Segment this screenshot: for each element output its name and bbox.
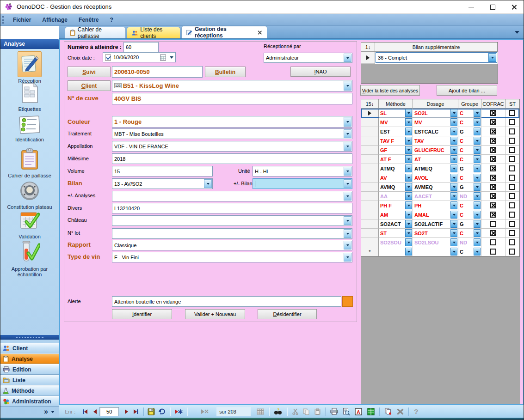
tab-liste-des-clients[interactable]: Liste des clients [127, 27, 180, 38]
chevron-down-icon[interactable] [474, 220, 481, 228]
groupe-cell[interactable]: C [458, 173, 481, 183]
receptionne-combo[interactable]: Administrateur [264, 53, 352, 63]
chevron-down-icon[interactable] [405, 192, 412, 200]
chevron-down-icon[interactable] [450, 211, 457, 219]
methode-cell[interactable]: AT F [379, 155, 413, 164]
cofrac-cell[interactable] [481, 210, 506, 219]
methode-cell[interactable]: TAV F [379, 136, 413, 146]
chevrons-more-icon[interactable]: » [44, 408, 48, 416]
chevron-down-icon[interactable] [450, 118, 457, 126]
chevron-down-icon[interactable] [344, 81, 351, 91]
suivi-button[interactable]: Suivi [68, 67, 111, 77]
analysis-row[interactable]: AVMQAVMEQG [361, 183, 519, 192]
analyses-sort-header[interactable]: 15↓ [361, 99, 379, 109]
appellation-combo[interactable]: VDF - VIN DE FRANCE [112, 141, 352, 152]
cofrac-cell[interactable] [481, 192, 506, 201]
col-st[interactable]: ST [506, 99, 519, 109]
groupe-cell[interactable]: G [458, 219, 481, 229]
methode-cell[interactable]: AM [379, 210, 413, 219]
chevron-down-icon[interactable] [474, 201, 481, 209]
dosage-cell[interactable]: AT [413, 155, 458, 164]
cofrac-cell[interactable] [481, 136, 506, 146]
st-cell[interactable] [506, 183, 519, 192]
methode-cell[interactable]: SO2ACT [379, 219, 413, 229]
row-selector[interactable] [361, 136, 379, 146]
bilan-sup-row-selector[interactable] [361, 52, 375, 64]
desidentifier-button[interactable]: Désidentifier [258, 309, 317, 319]
chevron-down-icon[interactable] [405, 118, 412, 126]
row-selector[interactable] [361, 183, 379, 192]
methode-cell[interactable] [379, 247, 413, 256]
chevron-down-icon[interactable] [450, 201, 457, 209]
analysis-row[interactable]: AMAMALC [361, 210, 519, 219]
date-field[interactable]: 10/06/2020 [103, 52, 176, 62]
lot-combo[interactable] [112, 228, 352, 239]
chevron-down-icon[interactable] [474, 211, 481, 219]
chevron-down-icon[interactable] [405, 128, 412, 135]
chevron-down-icon[interactable] [405, 183, 412, 191]
chevron-down-icon[interactable] [344, 54, 351, 62]
chevron-down-icon[interactable] [344, 192, 351, 201]
groupe-cell[interactable]: C [458, 109, 481, 118]
dosage-cell[interactable]: PH [413, 201, 458, 210]
chevron-down-icon[interactable] [344, 142, 351, 151]
millesime-input[interactable]: 2018 [112, 153, 352, 164]
analysis-row[interactable]: ATMQATMEQG [361, 164, 519, 173]
chevron-down-icon[interactable] [474, 137, 481, 145]
dosage-cell[interactable]: TAV [413, 136, 458, 146]
chevron-down-icon[interactable] [170, 56, 173, 61]
row-selector[interactable] [361, 210, 379, 219]
chevron-down-icon[interactable] [474, 174, 481, 182]
col-methode[interactable]: Méthode [379, 99, 413, 109]
minimize-button[interactable] [461, 0, 481, 14]
cofrac-checkbox[interactable] [490, 212, 496, 218]
cofrac-cell[interactable] [481, 219, 506, 229]
duplicate-record-button[interactable] [382, 407, 394, 416]
dosage-cell[interactable]: MV [413, 118, 458, 127]
st-checkbox[interactable] [509, 156, 515, 162]
cofrac-checkbox[interactable] [490, 249, 496, 255]
print-preview-button[interactable] [340, 407, 352, 416]
methode-cell[interactable]: EST [379, 127, 413, 136]
st-checkbox[interactable] [509, 147, 515, 153]
chevron-down-icon[interactable] [450, 164, 457, 172]
chevron-down-icon[interactable] [450, 183, 457, 191]
bilan-sup-row[interactable]: 36 - Complet [375, 52, 498, 64]
row-selector[interactable] [361, 146, 379, 155]
chevron-down-icon[interactable] [474, 155, 481, 163]
chevron-down-icon[interactable] [450, 155, 457, 163]
couleur-combo[interactable]: 1 - Rouge [112, 116, 352, 128]
st-cell[interactable] [506, 146, 519, 155]
dosage-cell[interactable]: ESTCALC [413, 127, 458, 136]
dosage-cell[interactable] [413, 247, 458, 256]
bilan-sup-column-header[interactable]: Bilan supplémentaire [375, 43, 498, 52]
methode-cell[interactable]: SL [379, 109, 413, 118]
dosage-cell[interactable]: SO2T [413, 229, 458, 238]
cofrac-checkbox[interactable] [490, 175, 496, 181]
chevron-down-icon[interactable] [344, 241, 351, 250]
dosage-cell[interactable]: SO2L [413, 109, 458, 118]
nav-edition[interactable]: Edition [0, 364, 59, 375]
methode-cell[interactable]: MV [379, 118, 413, 127]
undo-button[interactable] [156, 407, 167, 416]
client-button[interactable]: Client [68, 80, 111, 91]
chevron-down-icon[interactable] [405, 220, 412, 228]
nav-client[interactable]: Client [0, 343, 59, 353]
st-cell[interactable] [506, 229, 519, 238]
record-number-input[interactable]: 50 [99, 407, 119, 416]
chevron-down-icon[interactable] [344, 167, 351, 176]
print-button[interactable] [328, 407, 340, 416]
sidebar-item-identification[interactable]: Identification [0, 116, 59, 142]
cofrac-checkbox[interactable] [490, 119, 496, 125]
row-selector[interactable] [361, 118, 379, 127]
chevron-down-icon[interactable] [474, 229, 481, 237]
cofrac-cell[interactable] [481, 164, 506, 173]
st-checkbox[interactable] [509, 138, 515, 144]
chevron-down-icon[interactable] [344, 216, 351, 225]
maximize-button[interactable] [482, 0, 503, 14]
st-checkbox[interactable] [509, 202, 515, 208]
st-checkbox[interactable] [509, 212, 515, 218]
cofrac-checkbox[interactable] [490, 110, 496, 116]
valider-nouveau-button[interactable]: Valider + Nouveau [185, 309, 245, 319]
st-checkbox[interactable] [509, 184, 515, 190]
